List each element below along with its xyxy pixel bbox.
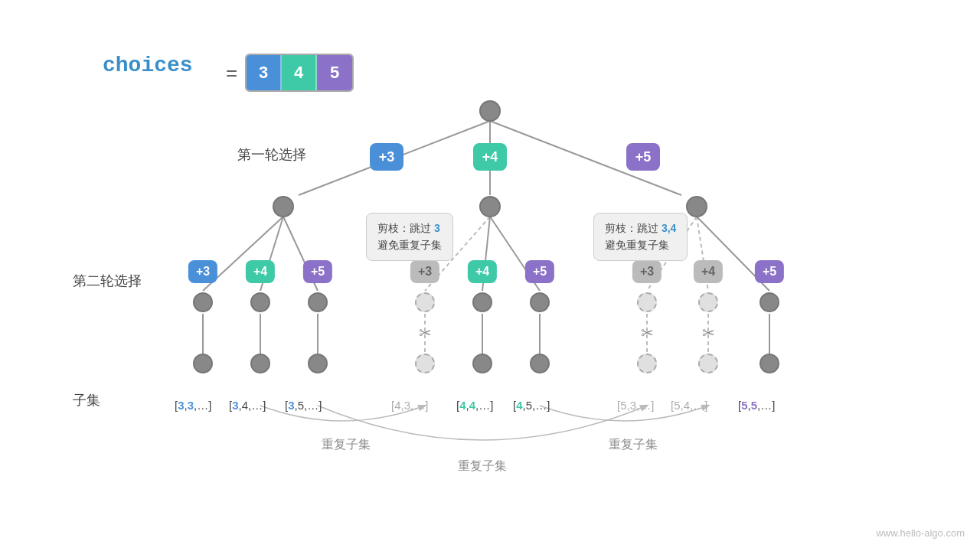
leaf-34	[250, 354, 270, 373]
l2-55-node	[760, 292, 779, 312]
scissor-53: ✂	[641, 324, 654, 342]
leaf-54	[698, 354, 718, 373]
badge-l2-43: +3	[410, 260, 439, 283]
dup-label-1: 重复子集	[322, 437, 371, 453]
diagram-container: choices = 3 4 5	[0, 0, 980, 551]
subset-44: [4,4,…]	[456, 399, 493, 412]
subset-34: [3,4,…]	[229, 399, 266, 412]
leaf-55	[760, 354, 779, 373]
choice-4: 4	[282, 55, 317, 90]
choices-eq: =	[226, 61, 237, 85]
badge-l1-plus4: +4	[473, 143, 507, 171]
leaf-33	[193, 354, 213, 373]
leaf-45	[530, 354, 550, 373]
l2-53-node	[637, 292, 657, 312]
l1-node-5	[686, 196, 707, 217]
badge-l1-plus3: +3	[370, 143, 403, 171]
subset-45: [4,5,…]	[513, 399, 550, 412]
prune2-line1: 剪枝：跳过 3,4	[605, 222, 676, 234]
l2-44-node	[472, 292, 492, 312]
scissor-54: ✂	[702, 324, 715, 342]
subset-54: [5,4,…]	[671, 399, 707, 412]
l2-45-node	[530, 292, 550, 312]
l1-node-4	[479, 196, 501, 217]
prune-box-2: 剪枝：跳过 3,4 避免重复子集	[593, 213, 688, 261]
leaf-35	[308, 354, 328, 373]
l2-35-node	[308, 292, 328, 312]
badge-l2-44: +4	[468, 260, 497, 283]
prune-box-1: 剪枝：跳过 3 避免重复子集	[366, 213, 453, 261]
dup-label-3: 重复子集	[609, 437, 658, 453]
badge-l2-33: +3	[188, 260, 217, 283]
choices-array: 3 4 5	[245, 54, 354, 92]
leaf-44	[472, 354, 492, 373]
prune1-line2: 避免重复子集	[377, 239, 442, 251]
badge-l2-35: +5	[303, 260, 332, 283]
l2-54-node	[698, 292, 718, 312]
l1-node-3	[273, 196, 294, 217]
subset-55: [5,5,…]	[738, 399, 775, 412]
leaf-53	[637, 354, 657, 373]
l2-43-node	[415, 292, 435, 312]
dup-label-2: 重复子集	[458, 458, 507, 474]
badge-l2-55: +5	[755, 260, 784, 283]
scissor-43: ✂	[419, 324, 432, 342]
choice-3: 3	[247, 55, 282, 90]
subset-43: [4,3,…]	[391, 399, 428, 412]
prune2-line2: 避免重复子集	[605, 239, 669, 251]
badge-l1-plus5: +5	[626, 143, 660, 171]
subset-35: [3,5,…]	[285, 399, 322, 412]
choice-5: 5	[317, 55, 352, 90]
badge-l2-45: +5	[525, 260, 554, 283]
badge-l2-54: +4	[694, 260, 723, 283]
watermark: www.hello-algo.com	[876, 527, 965, 539]
prune1-line1: 剪枝：跳过 3	[377, 222, 440, 234]
l2-34-node	[250, 292, 270, 312]
badge-l2-53: +3	[632, 260, 662, 283]
l2-33-node	[193, 292, 213, 312]
round1-label: 第一轮选择	[237, 145, 306, 164]
round2-label: 第二轮选择	[73, 272, 142, 290]
leaf-43	[415, 354, 435, 373]
subset-33: [3,3,…]	[175, 399, 211, 412]
badge-l2-34: +4	[246, 260, 275, 283]
subset-title: 子集	[73, 391, 100, 409]
subset-53: [5,3,…]	[617, 399, 654, 412]
choices-label: choices	[103, 54, 193, 77]
root-node	[479, 100, 501, 122]
